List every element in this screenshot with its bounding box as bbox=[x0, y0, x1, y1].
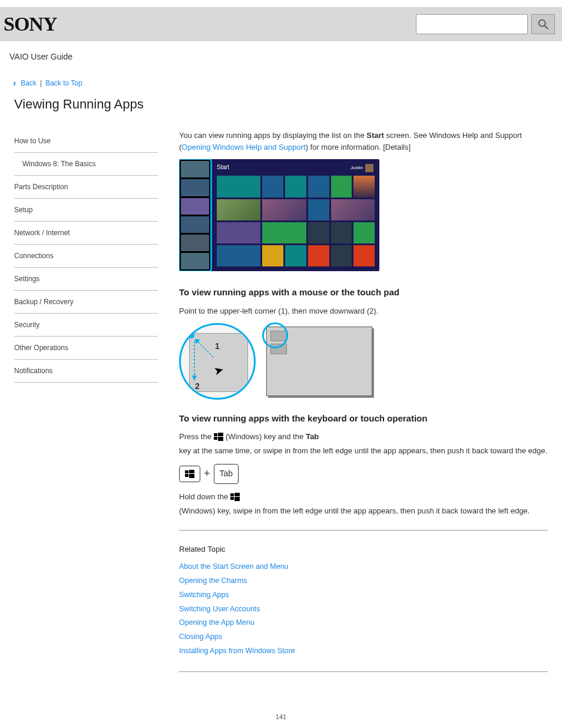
content-body: You can view running apps by displaying … bbox=[179, 130, 548, 685]
header-bar: SONY bbox=[0, 7, 562, 41]
windows-key-icon bbox=[230, 492, 240, 502]
related-link[interactable]: Closing Apps bbox=[179, 630, 548, 644]
related-link[interactable]: Installing Apps from Windows Store bbox=[179, 644, 548, 658]
search-icon bbox=[537, 18, 550, 31]
search-input[interactable] bbox=[416, 14, 528, 34]
svg-line-1 bbox=[545, 26, 548, 29]
sidebar-item[interactable]: Connections bbox=[14, 245, 158, 268]
back-link[interactable]: Back bbox=[21, 79, 37, 87]
svg-line-6 bbox=[248, 327, 256, 335]
breadcrumb: › Back | Back to Top bbox=[13, 78, 562, 88]
related-link[interactable]: Switching User Accounts bbox=[179, 602, 548, 617]
windows-key-icon bbox=[185, 469, 194, 479]
windows-key-icon bbox=[214, 432, 223, 442]
doc-title: VAIO User Guide bbox=[9, 52, 562, 61]
chevron-right-icon: › bbox=[13, 78, 16, 88]
svg-rect-17 bbox=[230, 497, 234, 500]
sidebar-item[interactable]: Windows 8: The Basics bbox=[14, 153, 158, 176]
help-link[interactable]: Opening Windows Help and Support bbox=[181, 143, 305, 151]
svg-rect-13 bbox=[185, 474, 189, 477]
label-2: 2 bbox=[195, 380, 200, 393]
label-1: 1 bbox=[215, 340, 220, 353]
page-title: Viewing Running Apps bbox=[14, 97, 562, 112]
svg-point-0 bbox=[539, 20, 546, 27]
sidebar-item[interactable]: Other Operations bbox=[14, 337, 158, 360]
sidebar-item[interactable]: How to Use bbox=[14, 130, 158, 153]
sidebar-item[interactable]: Backup / Recovery bbox=[14, 291, 158, 314]
related-topic-head: Related Topic bbox=[179, 543, 548, 555]
hold-instruction: Hold down the (Windows) key, swipe in fr… bbox=[179, 491, 548, 517]
intro-paragraph: You can view running apps by displaying … bbox=[179, 130, 548, 153]
start-label: Start bbox=[217, 163, 229, 172]
sidebar-item[interactable]: Parts Description bbox=[14, 176, 158, 199]
sidebar-item[interactable]: Network / Internet bbox=[14, 222, 158, 245]
keyboard-instruction: Press the (Windows) key and the Tab key … bbox=[179, 431, 548, 457]
user-corner: Justin bbox=[351, 164, 373, 172]
svg-rect-9 bbox=[214, 437, 217, 440]
windows-key bbox=[179, 466, 200, 482]
svg-rect-11 bbox=[185, 470, 189, 473]
sidebar-item[interactable]: Setup bbox=[14, 199, 158, 222]
back-to-top-link[interactable]: Back to Top bbox=[45, 79, 82, 87]
key-combo: + Tab bbox=[179, 464, 548, 484]
svg-rect-12 bbox=[189, 470, 194, 473]
crumb-sep: | bbox=[40, 79, 42, 87]
callout-line-icon bbox=[247, 326, 256, 337]
related-link[interactable]: Opening the Charms bbox=[179, 574, 548, 588]
mouse-subhead: To view running apps with a mouse or the… bbox=[179, 285, 548, 299]
separator bbox=[179, 530, 548, 531]
svg-rect-10 bbox=[218, 437, 223, 441]
plus-icon: + bbox=[204, 466, 210, 482]
svg-rect-15 bbox=[230, 493, 234, 496]
related-link[interactable]: Opening the App Menu bbox=[179, 616, 548, 630]
sidebar-item[interactable]: Settings bbox=[14, 268, 158, 291]
figure-running-apps: Start Justin bbox=[179, 159, 379, 271]
svg-rect-7 bbox=[214, 433, 217, 436]
page-number: 141 bbox=[0, 713, 562, 720]
mouse-instruction: Point to the upper-left corner (1), then… bbox=[179, 305, 548, 317]
search-group bbox=[416, 14, 555, 34]
sidebar-item[interactable]: Security bbox=[14, 314, 158, 337]
svg-rect-16 bbox=[234, 493, 240, 496]
figure-mouse-corner: 1 2 ➤ bbox=[179, 323, 548, 400]
sidebar-item[interactable]: Notifications bbox=[14, 360, 158, 383]
brand-logo: SONY bbox=[4, 13, 57, 35]
related-link[interactable]: About the Start Screen and Menu bbox=[179, 560, 548, 574]
arrow-down-icon bbox=[191, 341, 197, 381]
svg-rect-8 bbox=[218, 433, 223, 436]
search-button[interactable] bbox=[531, 14, 555, 34]
related-link[interactable]: Switching Apps bbox=[179, 588, 548, 602]
separator bbox=[179, 671, 548, 672]
keyboard-subhead: To view running apps with the keyboard o… bbox=[179, 411, 548, 425]
svg-line-2 bbox=[197, 341, 213, 357]
tile-grid bbox=[217, 176, 375, 266]
svg-rect-14 bbox=[189, 474, 194, 478]
tab-key: Tab bbox=[214, 464, 239, 484]
sidebar: How to Use Windows 8: The Basics Parts D… bbox=[14, 130, 179, 685]
svg-rect-18 bbox=[234, 497, 240, 501]
